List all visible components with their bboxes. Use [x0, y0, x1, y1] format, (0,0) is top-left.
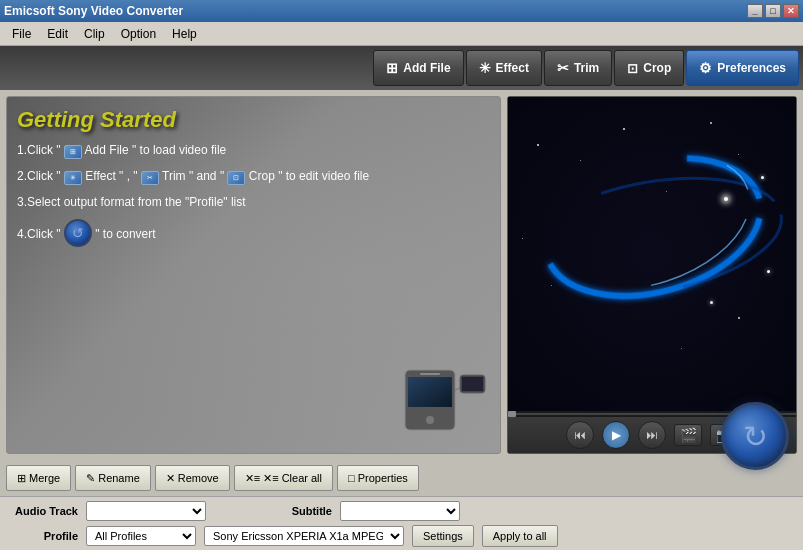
- crop-small-icon: ⊡: [227, 171, 245, 185]
- svg-rect-3: [420, 373, 440, 375]
- gear-icon: ⚙: [699, 60, 712, 76]
- subtitle-select[interactable]: [340, 501, 460, 521]
- rename-button[interactable]: ✎ Rename: [75, 465, 151, 491]
- properties-label: Properties: [358, 472, 408, 484]
- effect-button[interactable]: ✳ Effect: [466, 50, 542, 86]
- action-buttons-row: ⊞ Merge ✎ Rename ✕ Remove ✕≡ ✕≡ Clear al…: [0, 460, 803, 496]
- window-title: Emicsoft Sony Video Converter: [4, 4, 183, 18]
- rename-icon: ✎: [86, 472, 95, 485]
- menu-help[interactable]: Help: [164, 25, 205, 43]
- scissors-icon: ✂: [557, 60, 569, 76]
- main-area: Getting Started 1.Click " ⊞ Add File " t…: [0, 90, 803, 460]
- rename-label: Rename: [98, 472, 140, 484]
- getting-started-panel: Getting Started 1.Click " ⊞ Add File " t…: [6, 96, 501, 454]
- close-button[interactable]: ✕: [783, 4, 799, 18]
- rewind-button[interactable]: ⏮: [566, 421, 594, 449]
- step3-text: 3.Select output format from the "Profile…: [17, 195, 246, 209]
- convert-button[interactable]: ↺: [721, 402, 789, 470]
- toolbar: ⊞ Add File ✳ Effect ✂ Trim ⊡ Crop ⚙ Pref…: [0, 46, 803, 90]
- step-4: 4.Click " ↺ " to convert: [17, 219, 490, 247]
- crop-button[interactable]: ⊡ Crop: [614, 50, 684, 86]
- crop-label: Crop: [643, 61, 671, 75]
- device-illustration: [400, 365, 490, 438]
- clear-all-button[interactable]: ✕≡ ✕≡ Clear all: [234, 465, 333, 491]
- profile-detail-select[interactable]: Sony Ericsson XPERIA X1a MPEG-4 Video ..…: [204, 526, 404, 546]
- profile-select[interactable]: All Profiles: [86, 526, 196, 546]
- profile-row: Profile All Profiles Sony Ericsson XPERI…: [8, 525, 795, 547]
- svg-point-2: [426, 416, 434, 424]
- effect-small-icon: ✳: [64, 171, 82, 185]
- step-2: 2.Click " ✳ Effect " , " ✂ Trim " and " …: [17, 169, 490, 185]
- add-file-button[interactable]: ⊞ Add File: [373, 50, 463, 86]
- forward-button[interactable]: ⏭: [638, 421, 666, 449]
- subtitle-label: Subtitle: [262, 505, 332, 517]
- clear-icon: ✕≡: [245, 472, 260, 485]
- window-controls: _ □ ✕: [747, 4, 799, 18]
- properties-button[interactable]: □ Properties: [337, 465, 419, 491]
- bottom-controls: Audio Track Subtitle Profile All Profile…: [0, 496, 803, 550]
- trim-small-icon: ✂: [141, 171, 159, 185]
- remove-button[interactable]: ✕ Remove: [155, 465, 230, 491]
- remove-icon: ✕: [166, 472, 175, 485]
- apply-to-all-button[interactable]: Apply to all: [482, 525, 558, 547]
- star-icon: ✳: [479, 60, 491, 76]
- menu-bar: File Edit Clip Option Help: [0, 22, 803, 46]
- blue-arc-svg: [508, 97, 796, 411]
- menu-edit[interactable]: Edit: [39, 25, 76, 43]
- svg-rect-4: [408, 377, 452, 407]
- audio-track-select[interactable]: [86, 501, 206, 521]
- remove-label: Remove: [178, 472, 219, 484]
- add-file-label: Add File: [403, 61, 450, 75]
- minimize-button[interactable]: _: [747, 4, 763, 18]
- add-file-icon: ⊞: [64, 145, 82, 159]
- audio-subtitle-row: Audio Track Subtitle: [8, 501, 795, 521]
- step2-text: 2.Click " ✳ Effect " , " ✂ Trim " and " …: [17, 169, 369, 185]
- menu-file[interactable]: File: [4, 25, 39, 43]
- preview-area: [508, 97, 796, 411]
- convert-small-icon: ↺: [64, 219, 92, 247]
- getting-started-title: Getting Started: [17, 107, 490, 133]
- maximize-button[interactable]: □: [765, 4, 781, 18]
- properties-icon: □: [348, 472, 355, 484]
- slider-thumb[interactable]: [508, 411, 516, 417]
- step-3: 3.Select output format from the "Profile…: [17, 195, 490, 209]
- convert-icon: ↺: [743, 419, 768, 454]
- svg-rect-7: [462, 377, 483, 391]
- clear-all-label: ✕≡ Clear all: [263, 472, 322, 485]
- merge-button[interactable]: ⊞ Merge: [6, 465, 71, 491]
- video-mode-button[interactable]: 🎬: [674, 424, 702, 446]
- profile-label: Profile: [8, 530, 78, 542]
- merge-icon: ⊞: [17, 472, 26, 485]
- settings-button[interactable]: Settings: [412, 525, 474, 547]
- steps-container: 1.Click " ⊞ Add File " to load video fil…: [17, 143, 490, 247]
- step4-text: 4.Click " ↺ " to convert: [17, 219, 156, 247]
- play-button[interactable]: ▶: [602, 421, 630, 449]
- trim-button[interactable]: ✂ Trim: [544, 50, 612, 86]
- svg-point-10: [529, 131, 767, 314]
- effect-label: Effect: [496, 61, 529, 75]
- menu-option[interactable]: Option: [113, 25, 164, 43]
- title-bar: Emicsoft Sony Video Converter _ □ ✕: [0, 0, 803, 22]
- preferences-label: Preferences: [717, 61, 786, 75]
- merge-label: Merge: [29, 472, 60, 484]
- grid-icon: ⊞: [386, 60, 398, 76]
- crop-icon: ⊡: [627, 61, 638, 76]
- audio-track-label: Audio Track: [8, 505, 78, 517]
- preferences-button[interactable]: ⚙ Preferences: [686, 50, 799, 86]
- trim-label: Trim: [574, 61, 599, 75]
- preview-panel: ⏮ ▶ ⏭ 🎬 📷: [507, 96, 797, 454]
- menu-clip[interactable]: Clip: [76, 25, 113, 43]
- step1-text: 1.Click " ⊞ Add File " to load video fil…: [17, 143, 226, 159]
- step-1: 1.Click " ⊞ Add File " to load video fil…: [17, 143, 490, 159]
- svg-point-8: [530, 136, 776, 319]
